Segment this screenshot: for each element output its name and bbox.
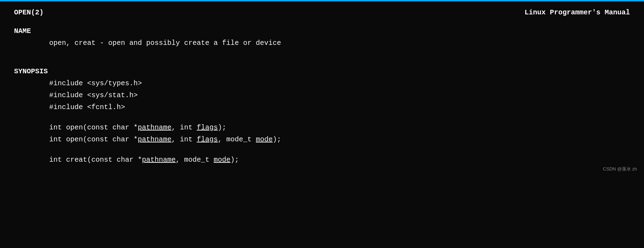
manual-page: OPEN(2) Linux Programmer's Manual NAME o… — [0, 1, 644, 176]
flags-1: flags — [197, 123, 218, 132]
name-description: open, creat - open and possibly create a… — [49, 38, 630, 48]
pathname-2: pathname — [138, 135, 171, 143]
func-creat: int creat(const char *pathname, mode_t m… — [49, 155, 630, 165]
header-right: Linux Programmer's Manual — [525, 8, 630, 16]
section-synopsis-content: #include <sys/types.h> #include <sys/sta… — [14, 78, 630, 165]
header-left: OPEN(2) — [14, 8, 44, 16]
watermark: CSDN @落水 zh — [603, 166, 637, 172]
spacer-2 — [49, 114, 630, 122]
mode-2: mode — [214, 156, 230, 164]
include-2: #include <sys/stat.h> — [49, 90, 630, 101]
section-synopsis-label: SYNOPSIS — [14, 67, 630, 75]
section-name-label: NAME — [14, 27, 630, 35]
flags-2: flags — [197, 135, 218, 143]
include-1: #include <sys/types.h> — [49, 78, 630, 89]
header-line: OPEN(2) Linux Programmer's Manual — [14, 8, 630, 16]
include-3: #include <fcntl.h> — [49, 102, 630, 113]
spacer-3 — [49, 146, 630, 155]
spacer-1 — [14, 52, 630, 60]
func-open-2: int open(const char *pathname, int flags… — [49, 134, 630, 145]
pathname-3: pathname — [142, 156, 176, 164]
mode-1: mode — [256, 135, 273, 143]
pathname-1: pathname — [138, 123, 171, 132]
func-open-1: int open(const char *pathname, int flags… — [49, 122, 630, 133]
section-name-content: open, creat - open and possibly create a… — [14, 38, 630, 48]
